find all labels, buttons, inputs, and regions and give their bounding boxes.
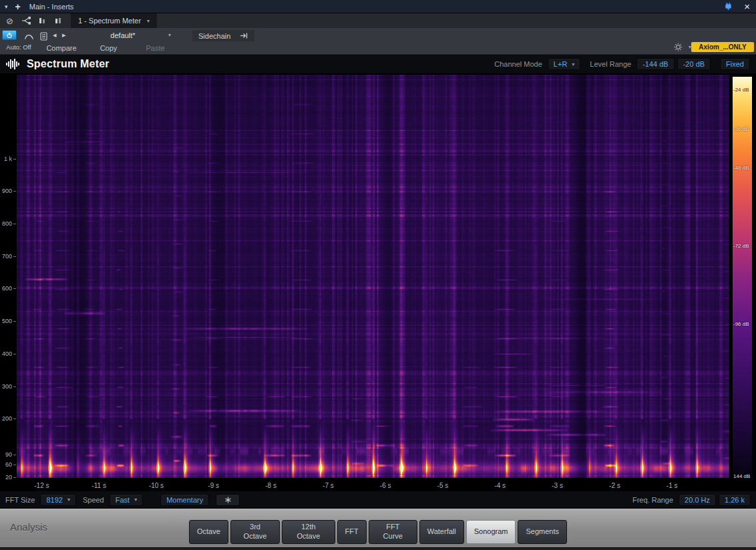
channel-mode-label: Channel Mode <box>494 60 542 68</box>
fft-size-value: 8192 <box>46 496 62 504</box>
copy-button[interactable]: Copy <box>93 44 124 52</box>
channel-mode-select[interactable]: L+R ▾ <box>548 58 581 70</box>
freq-tick-label: 500 <box>2 318 12 324</box>
freq-tick-label: 300 <box>2 384 12 390</box>
freq-axis: 1 k900800700600500400300200906020 <box>0 73 17 479</box>
colorbar-tick-label: -36 dB <box>733 126 749 132</box>
scale-mode-value: Fixed <box>726 60 744 68</box>
window-title: Main - Inserts <box>29 3 74 11</box>
preset-prev-icon[interactable]: ◂ <box>53 31 57 39</box>
freq-range-min-value: 20.0 Hz <box>685 496 710 504</box>
close-icon[interactable]: × <box>744 1 750 11</box>
analysis-panel: Analysis Octave3rd Octave12th OctaveFFTF… <box>0 509 756 547</box>
analysis-mode-3rd-octave[interactable]: 3rd Octave <box>230 520 280 544</box>
freq-range-min-field[interactable]: 20.0 Hz <box>679 494 716 506</box>
time-tick-label: -2 s <box>601 482 628 489</box>
plugin-title: Spectrum Meter <box>27 58 110 70</box>
snowflake-icon <box>224 496 232 504</box>
colorbar-tick-label: -24 dB <box>733 87 749 93</box>
time-tick-label: -9 s <box>200 482 227 489</box>
level-colorbar: -24 dB-36 dB-48 dB-72 dB-96 dB144 dB <box>733 77 752 479</box>
freq-range-label: Freq. Range <box>632 496 673 504</box>
pin-plugin-icon[interactable] <box>725 2 732 11</box>
colorbar-tick-label: 144 dB <box>733 473 750 479</box>
scale-mode-button[interactable]: Fixed <box>720 58 750 70</box>
analysis-mode-octave[interactable]: Octave <box>189 520 228 544</box>
freq-range-max-value: 1.26 k <box>725 496 745 504</box>
analysis-mode-sonogram[interactable]: Sonogram <box>466 520 516 544</box>
chevron-down-icon: ▾ <box>572 61 574 67</box>
analysis-mode-buttons: Octave3rd Octave12th OctaveFFTFFT CurveW… <box>189 520 567 544</box>
freq-range-max-field[interactable]: 1.26 k <box>719 494 751 506</box>
preset-dropdown-icon[interactable]: ▾ <box>168 32 171 38</box>
analysis-mode-fft[interactable]: FFT <box>337 520 367 544</box>
freq-tick-label: 60 <box>5 462 12 468</box>
freq-tick-label: 20 <box>5 475 12 481</box>
plugin-window: ▾ + Main - Inserts × ⊘ 1 - Spectrum Mete… <box>0 0 756 550</box>
window-menu-chevron-icon[interactable]: ▾ <box>5 3 8 10</box>
speed-select[interactable]: Fast ▾ <box>110 494 143 506</box>
settings-gear-icon[interactable] <box>674 43 683 51</box>
sonogram-plot-area: 1 k900800700600500400300200906020 -24 dB… <box>0 73 756 491</box>
analysis-mode-12th-octave[interactable]: 12th Octave <box>282 520 335 544</box>
macro-curve-icon[interactable] <box>24 33 34 40</box>
preset-name[interactable]: default* <box>69 31 176 39</box>
freq-tick-label: 200 <box>2 416 12 422</box>
auto-mode-label[interactable]: Auto: Off <box>0 43 37 51</box>
sidechain-button[interactable]: Sidechain <box>192 30 254 41</box>
freeze-button[interactable] <box>216 494 240 506</box>
momentary-toggle[interactable]: Momentary <box>160 494 209 506</box>
freq-tick-label: 1 k <box>4 156 12 162</box>
presonus-logo-icon <box>6 59 21 69</box>
time-tick-label: -12 s <box>28 482 55 489</box>
analysis-mode-fft-curve[interactable]: FFT Curve <box>369 520 417 544</box>
analysis-mode-segments[interactable]: Segments <box>518 520 567 544</box>
analysis-label: Analysis <box>10 521 47 533</box>
freq-tick-label: 800 <box>2 221 12 227</box>
add-insert-icon[interactable]: + <box>15 2 21 11</box>
window-titlebar: ▾ + Main - Inserts × <box>0 0 756 13</box>
level-range-min-field[interactable]: -144 dB <box>636 58 675 70</box>
freq-tick-label: 400 <box>2 351 12 357</box>
colorbar-tick-label: -96 dB <box>733 321 749 327</box>
time-tick-label: -7 s <box>315 482 341 489</box>
input-meter-icon[interactable] <box>39 17 47 25</box>
bottom-strip <box>0 547 756 550</box>
colorbar-tick-label: -48 dB <box>733 165 749 171</box>
routing-icon[interactable] <box>21 17 31 25</box>
time-tick-label: -4 s <box>487 482 514 489</box>
chevron-down-icon: ▾ <box>147 18 150 24</box>
plugin-power-button[interactable] <box>2 30 17 40</box>
insert-slot-label: 1 - Spectrum Meter <box>78 17 141 25</box>
freq-tick-label: 90 <box>5 452 12 458</box>
freq-tick-label: 700 <box>2 254 12 260</box>
time-tick-label: -5 s <box>429 482 456 489</box>
time-tick-label: -10 s <box>143 482 170 489</box>
fft-size-label: FFT Size <box>5 496 35 504</box>
freq-tick-label: 600 <box>2 286 12 292</box>
license-badge: Axiom_...ONLY <box>691 42 754 52</box>
fft-size-select[interactable]: 8192 ▾ <box>40 494 76 506</box>
insert-slot-tab[interactable]: 1 - Spectrum Meter ▾ <box>71 13 157 28</box>
paste-button[interactable]: Paste <box>140 44 170 52</box>
time-tick-label: -3 s <box>544 482 571 489</box>
output-meter-icon[interactable] <box>55 17 63 25</box>
bypass-icon[interactable]: ⊘ <box>6 16 13 26</box>
level-range-max-field[interactable]: -20 dB <box>677 58 711 70</box>
level-range-max-value: -20 dB <box>683 60 705 68</box>
analysis-mode-waterfall[interactable]: Waterfall <box>419 520 464 544</box>
preset-bar: Auto: Off ◂ ▸ default* ▾ Compare Copy Pa… <box>0 28 756 55</box>
time-tick-label: -6 s <box>372 482 399 489</box>
compare-button[interactable]: Compare <box>41 44 81 52</box>
meter-footer: FFT Size 8192 ▾ Speed Fast ▾ Momentary F… <box>0 491 756 508</box>
time-axis: -12 s-11 s-10 s-9 s-8 s-7 s-6 s-5 s-4 s-… <box>0 481 756 491</box>
preset-list-icon[interactable] <box>40 32 47 41</box>
freq-tick-label: 900 <box>2 188 12 194</box>
sonogram-canvas[interactable] <box>17 75 729 478</box>
channel-mode-value: L+R <box>554 60 568 68</box>
channel-toolbar: ⊘ 1 - Spectrum Meter ▾ <box>0 13 756 28</box>
chevron-down-icon: ▾ <box>67 497 70 503</box>
time-tick-label: -8 s <box>258 482 285 489</box>
speed-value: Fast <box>116 496 130 504</box>
preset-next-icon[interactable]: ▸ <box>62 31 66 39</box>
